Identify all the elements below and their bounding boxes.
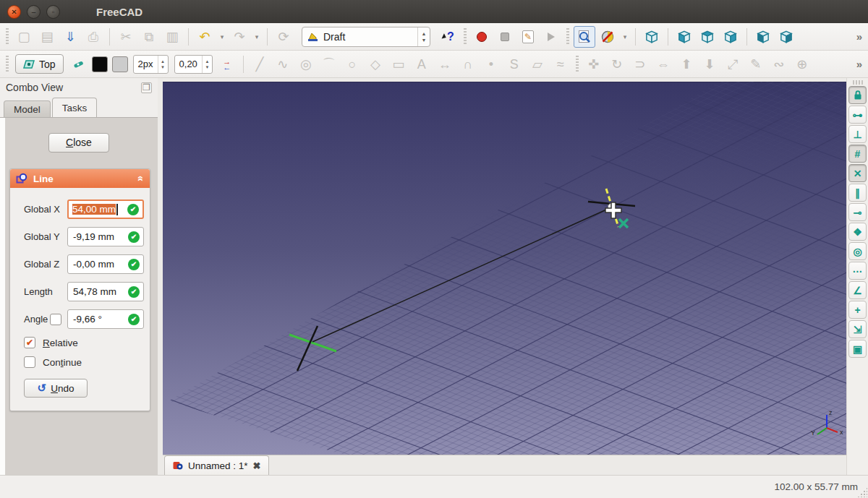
snap-extension-button[interactable]: + [848, 301, 867, 319]
global-z-input[interactable]: -0,00 mm ✔ [67, 254, 144, 274]
macro-record-button[interactable] [471, 26, 493, 48]
toolbar-separator [243, 56, 244, 73]
draft-upgrade-tool: ⬆ [676, 53, 697, 75]
global-y-input[interactable]: -9,19 mm ✔ [67, 227, 144, 246]
axonometric-view-button[interactable] [641, 26, 663, 48]
document-tab[interactable]: Unnamed : 1* ✖ [164, 455, 269, 475]
tab-model[interactable]: Model [4, 100, 51, 117]
angle-input[interactable]: -9,66 ° ✔ [67, 309, 144, 329]
global-x-label: Global X [24, 204, 67, 215]
snap-grid-button[interactable]: # [848, 145, 867, 163]
toolbar-grip[interactable] [464, 28, 467, 46]
save-icon: ⇓ [64, 30, 75, 43]
undo-button[interactable]: ↶ [194, 26, 216, 48]
snap-angle-icon: ∠ [853, 285, 862, 296]
draft-toolbar-overflow-button[interactable]: » [854, 58, 865, 70]
snap-parallel-button[interactable]: ∥ [848, 184, 867, 202]
working-plane-top-button[interactable]: Top [15, 54, 64, 74]
toolbar-grip[interactable] [6, 56, 9, 73]
combo-spin-arrows[interactable]: ▲▼ [417, 27, 430, 46]
snap-near-button[interactable]: ⋯ [848, 262, 867, 280]
paste-icon: ▥ [161, 26, 183, 48]
dock-float-icon[interactable]: ❐ [141, 82, 152, 93]
save-button[interactable]: ⇓ [59, 26, 81, 48]
draw-style-dropdown[interactable]: ▾ [620, 26, 630, 48]
continue-checkbox[interactable] [24, 356, 35, 368]
line-task-header[interactable]: Line « [10, 169, 150, 188]
freecad-document-icon [173, 460, 183, 471]
close-task-button[interactable]: Close [48, 133, 109, 153]
global-y-value: -9,19 mm [73, 231, 114, 242]
snap-lock-button[interactable] [848, 86, 867, 104]
collapse-chevron-icon[interactable]: « [135, 176, 147, 181]
toolbar-overflow-button[interactable]: » [854, 30, 865, 43]
toolbar-grip[interactable] [576, 56, 579, 73]
macro-edit-button[interactable]: ✎ [517, 26, 539, 48]
line-width-spinbox[interactable]: 2px▲▼ [133, 55, 169, 74]
spin-arrows[interactable]: ▲▼ [158, 56, 168, 73]
draw-style-icon [600, 30, 615, 44]
snap-dimensions-button[interactable]: ⇲ [848, 320, 867, 338]
snap-perpendicular-button[interactable]: ⊥ [848, 125, 867, 143]
snap-dimensions-icon: ⇲ [854, 324, 862, 335]
snap-center-button[interactable]: ◎ [848, 242, 867, 260]
draft-downgrade-icon: ⬇ [704, 58, 715, 71]
undo-segment-button[interactable]: ↺ Undo [24, 379, 88, 398]
record-icon [477, 32, 487, 42]
relative-checkbox[interactable]: ✔ [24, 337, 35, 348]
tab-close-icon[interactable]: ✖ [253, 460, 261, 471]
workbench-selector[interactable]: Draft▲▼ [302, 27, 430, 47]
global-x-input[interactable]: 54,00 mm ✔ [67, 199, 144, 219]
draft-offset-icon: ⊃ [634, 58, 645, 71]
macro-stop-button [494, 26, 516, 48]
dock-splitter[interactable] [158, 78, 163, 475]
toolbar-grip[interactable] [853, 80, 863, 85]
fit-all-button[interactable] [574, 26, 595, 48]
snap-angle-button[interactable]: ∠ [848, 281, 867, 299]
snap-parallel-icon: ∥ [855, 187, 860, 199]
redo-button: ↷ [229, 26, 250, 48]
snap-special-button[interactable]: ❖ [848, 223, 867, 241]
snap-working-plane-button[interactable]: ▣ [848, 340, 867, 358]
resize-grip[interactable] [857, 487, 867, 497]
tab-tasks[interactable]: Tasks [52, 98, 98, 117]
global-z-label: Global Z [24, 259, 67, 270]
length-input[interactable]: 54,78 mm ✔ [67, 282, 144, 301]
whats-this-button[interactable]: ? [438, 26, 459, 48]
window-maximize-button[interactable]: ▫ [46, 5, 60, 19]
window-minimize-button[interactable]: – [27, 5, 41, 19]
draft-bezier-tool: ≈ [550, 53, 571, 75]
draft-bezier-icon: ≈ [557, 58, 564, 71]
working-plane-label: Top [39, 59, 56, 70]
top-view-button[interactable] [697, 26, 718, 48]
angle-lock-checkbox[interactable] [50, 314, 61, 325]
front-view-button[interactable] [673, 26, 695, 48]
draft-trimex-icon: ⇔ [657, 58, 670, 71]
snap-endpoint-button[interactable]: ⊸ [848, 203, 867, 221]
apply-style-button[interactable]: →← [216, 53, 238, 75]
snap-midpoint-button[interactable]: ⊶ [848, 106, 867, 124]
new-file-icon: ▢ [17, 30, 30, 43]
rear-view-button[interactable] [752, 26, 774, 48]
construction-mode-button[interactable] [67, 53, 89, 75]
draw-style-button[interactable] [597, 26, 618, 48]
spin-arrows[interactable]: ▲▼ [202, 56, 212, 73]
line-color-swatch[interactable] [92, 56, 108, 72]
snap-intersection-button[interactable]: ✕ [848, 164, 867, 182]
toolbar-grip[interactable] [566, 28, 569, 46]
window-close-button[interactable]: ✕ [7, 5, 21, 19]
redo-dropdown[interactable]: ▾ [252, 26, 262, 48]
document-tab-bar: Unnamed : 1* ✖ [163, 455, 846, 475]
toolbar-grip[interactable] [6, 28, 9, 46]
scale-spinbox[interactable]: 0,20▲▼ [174, 55, 213, 74]
face-color-swatch[interactable] [112, 56, 128, 72]
top-view-icon [699, 29, 715, 45]
print-icon: ⎙ [88, 30, 98, 43]
left-view-button[interactable] [775, 26, 797, 48]
title-bar: ✕ – ▫ FreeCAD [0, 0, 868, 23]
3d-viewport[interactable]: z x Y [163, 82, 846, 455]
draft-offset-tool: ⊃ [629, 53, 651, 75]
right-view-button[interactable] [720, 26, 741, 48]
global-x-value: 54,00 mm [72, 204, 116, 215]
undo-dropdown[interactable]: ▾ [217, 26, 227, 48]
